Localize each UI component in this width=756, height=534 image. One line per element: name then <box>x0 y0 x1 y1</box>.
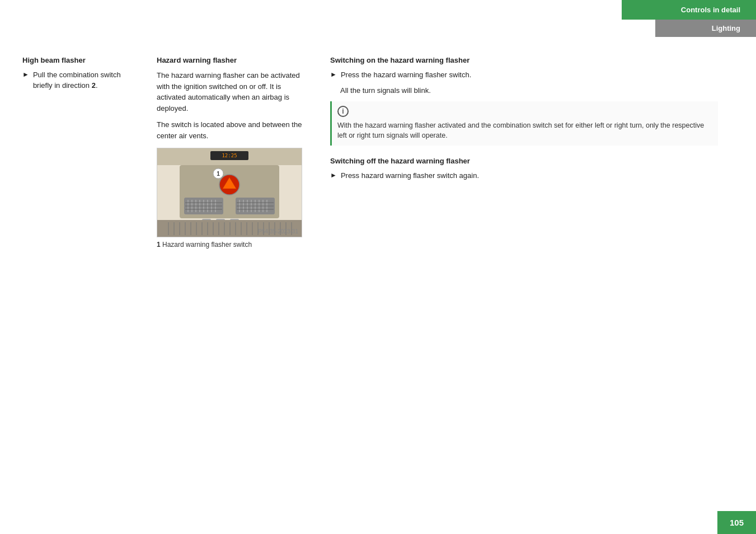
dashboard-svg: 12:25 1 <box>157 148 302 237</box>
header-tabs: Controls in detail Lighting <box>622 0 756 37</box>
high-beam-suffix: . <box>96 81 98 90</box>
img-cap-num: 1 <box>157 241 161 249</box>
hazard-title: Hazard warning flasher <box>157 56 308 64</box>
main-content: High beam flasher ► Pull the combination… <box>22 56 728 500</box>
image-code-label: P54.35-2023-31 <box>258 228 298 235</box>
page-number: 105 <box>717 511 756 534</box>
switch-off-section: Switching off the hazard warning flasher… <box>330 157 718 181</box>
switch-on-bullet-text: Press the hazard warning flasher switch. <box>341 70 471 81</box>
blink-note: All the turn signals will blink. <box>340 85 718 96</box>
info-box: i With the hazard warning flasher activa… <box>330 101 718 145</box>
col-hazard: Hazard warning flasher The hazard warnin… <box>145 56 319 500</box>
img-cap-desc: Hazard warning flasher switch <box>162 241 252 249</box>
switch-off-title: Switching off the hazard warning flasher <box>330 157 718 165</box>
high-beam-bullet-text: Pull the combination switch briefly in d… <box>33 70 135 91</box>
col-high-beam: High beam flasher ► Pull the combination… <box>22 56 145 500</box>
bullet-arrow-icon: ► <box>22 71 29 78</box>
svg-text:12:25: 12:25 <box>222 153 237 158</box>
col-switch: Switching on the hazard warning flasher … <box>319 56 728 500</box>
image-caption: 1 Hazard warning flasher switch <box>157 241 308 249</box>
switch-on-section: Switching on the hazard warning flasher … <box>330 56 718 146</box>
tab-controls-label: Controls in detail <box>622 0 756 20</box>
bullet-arrow-on-icon: ► <box>330 71 337 78</box>
high-beam-bold: 2 <box>92 81 96 90</box>
high-beam-bullet: ► Pull the combination switch briefly in… <box>22 70 135 91</box>
switch-off-bullet-text: Press hazard warning flasher switch agai… <box>341 171 479 181</box>
switch-on-bullet: ► Press the hazard warning flasher switc… <box>330 70 718 81</box>
high-beam-bullet-prefix: Pull the combination switch briefly in d… <box>33 71 121 90</box>
svg-text:1: 1 <box>217 171 220 177</box>
hazard-para2: The switch is located above and between … <box>157 119 308 141</box>
tab-lighting-label: Lighting <box>655 20 756 37</box>
bullet-arrow-off-icon: ► <box>330 171 337 179</box>
high-beam-title: High beam flasher <box>22 56 135 64</box>
hazard-para1: The hazard warning flasher can be activa… <box>157 70 308 114</box>
dashboard-image: 12:25 1 <box>157 148 302 237</box>
switch-on-title: Switching on the hazard warning flasher <box>330 56 718 64</box>
info-icon: i <box>337 106 349 117</box>
switch-off-bullet: ► Press hazard warning flasher switch ag… <box>330 171 718 181</box>
info-box-text: With the hazard warning flasher activate… <box>337 120 712 140</box>
